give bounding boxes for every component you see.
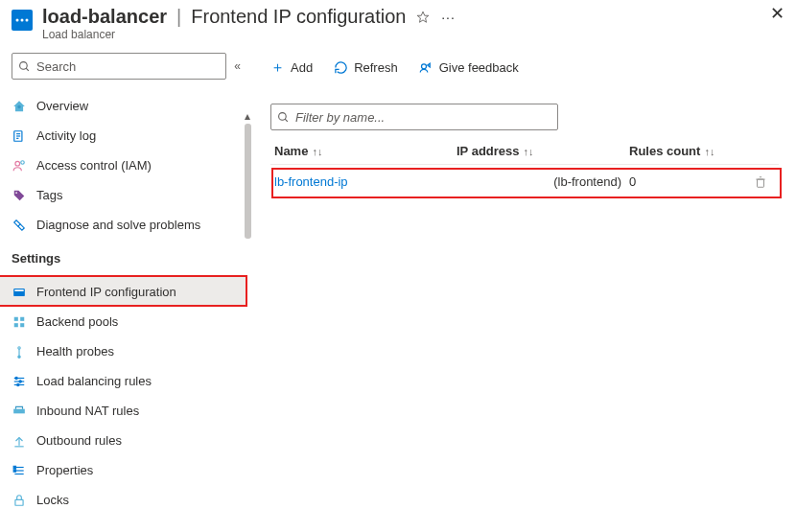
svg-point-12 xyxy=(15,192,17,194)
sidebar-search-input[interactable] xyxy=(36,59,220,74)
sidebar-item-label: Locks xyxy=(36,493,236,507)
sidebar-item-overview[interactable]: Overview xyxy=(0,91,247,121)
svg-rect-15 xyxy=(14,316,18,320)
col-rules[interactable]: Rules count↑↓ xyxy=(625,136,750,165)
rules-count-cell: 0 xyxy=(625,165,750,199)
resource-name: load-balancer xyxy=(42,6,167,28)
svg-point-1 xyxy=(21,19,24,22)
diagnose-icon xyxy=(12,218,27,233)
svg-point-3 xyxy=(20,61,28,69)
filter-box[interactable] xyxy=(270,104,558,130)
sidebar-item-nat[interactable]: Inbound NAT rules xyxy=(0,396,247,426)
activity-icon xyxy=(12,128,27,144)
svg-line-4 xyxy=(26,68,29,71)
sidebar-item-activity[interactable]: Activity log xyxy=(0,121,247,150)
refresh-label: Refresh xyxy=(354,60,398,75)
sidebar-item-locks[interactable]: Locks xyxy=(0,485,247,515)
col-ip[interactable]: IP address↑↓ xyxy=(453,136,625,165)
svg-point-5 xyxy=(17,104,21,108)
svg-rect-35 xyxy=(13,469,15,471)
feedback-icon xyxy=(419,60,433,75)
backend-icon xyxy=(12,314,27,330)
resource-icon xyxy=(12,10,33,31)
svg-rect-17 xyxy=(14,323,18,327)
feedback-button[interactable]: Give feedback xyxy=(419,60,519,75)
sidebar-item-properties[interactable]: Properties xyxy=(0,455,247,485)
close-icon[interactable]: ✕ xyxy=(769,6,784,21)
svg-point-0 xyxy=(16,19,19,22)
properties-icon xyxy=(12,463,27,478)
more-menu-icon[interactable]: ··· xyxy=(440,10,456,25)
search-icon xyxy=(277,111,290,124)
sidebar-item-label: Load balancing rules xyxy=(36,374,236,388)
sidebar-item-tag[interactable]: Tags xyxy=(0,180,247,210)
sidebar-search[interactable] xyxy=(12,53,226,80)
outbound-icon xyxy=(12,433,27,449)
sidebar-item-lbrules[interactable]: Load balancing rules xyxy=(0,366,247,396)
svg-rect-40 xyxy=(758,179,764,187)
feedback-label: Give feedback xyxy=(439,60,519,75)
col-name[interactable]: Name↑↓ xyxy=(270,136,453,165)
favorite-star-icon[interactable] xyxy=(415,10,431,25)
sidebar-item-health[interactable]: Health probes xyxy=(0,336,247,366)
add-button[interactable]: ＋ Add xyxy=(270,58,313,77)
sidebar-item-label: Diagnose and solve problems xyxy=(36,218,236,232)
sidebar-item-diagnose[interactable]: Diagnose and solve problems xyxy=(0,210,247,240)
iam-icon xyxy=(12,158,27,173)
sidebar-item-label: Inbound NAT rules xyxy=(36,404,236,418)
svg-point-2 xyxy=(26,19,29,22)
svg-point-38 xyxy=(279,112,287,120)
svg-rect-36 xyxy=(15,499,23,505)
sidebar-item-iam[interactable]: Access control (IAM) xyxy=(0,150,247,180)
sidebar-section-settings: Settings xyxy=(0,240,247,271)
refresh-icon xyxy=(334,60,348,75)
ip-address-cell: (lb-frontend) xyxy=(453,165,625,199)
svg-rect-14 xyxy=(14,289,23,291)
sidebar-item-backend[interactable]: Backend pools xyxy=(0,307,247,336)
svg-point-21 xyxy=(18,356,20,358)
sidebar-item-label: Tags xyxy=(36,188,236,202)
svg-line-39 xyxy=(285,119,288,122)
sidebar-item-label: Backend pools xyxy=(36,314,236,329)
svg-rect-28 xyxy=(13,408,25,413)
frontend-ip-link[interactable]: lb-frontend-ip xyxy=(274,174,348,189)
sidebar-item-label: Properties xyxy=(36,463,236,477)
locks-icon xyxy=(12,493,27,508)
sort-icon: ↑↓ xyxy=(312,146,322,157)
svg-point-25 xyxy=(15,377,17,379)
sidebar-item-frontend[interactable]: Frontend IP configuration xyxy=(0,277,247,307)
svg-rect-16 xyxy=(20,316,24,320)
nat-icon xyxy=(12,404,27,419)
sidebar-item-label: Outbound rules xyxy=(36,433,236,448)
page-title: Frontend IP configuration xyxy=(191,6,406,28)
title-separator: | xyxy=(176,6,181,28)
frontend-icon xyxy=(12,285,27,300)
add-label: Add xyxy=(291,60,313,75)
sidebar-item-outbound[interactable]: Outbound rules xyxy=(0,426,247,455)
svg-point-11 xyxy=(21,160,25,164)
svg-rect-18 xyxy=(20,323,24,327)
filter-input[interactable] xyxy=(295,110,551,125)
health-icon xyxy=(12,344,27,359)
svg-point-37 xyxy=(421,64,426,69)
svg-point-19 xyxy=(18,346,20,348)
sidebar-item-label: Activity log xyxy=(36,128,236,143)
sidebar-item-label: Access control (IAM) xyxy=(36,158,236,173)
svg-point-27 xyxy=(17,383,19,385)
lbrules-icon xyxy=(12,374,27,389)
collapse-chevron-icon[interactable]: « xyxy=(234,59,238,73)
sidebar-item-label: Health probes xyxy=(36,344,236,359)
svg-rect-34 xyxy=(13,466,15,468)
search-icon xyxy=(18,60,31,73)
sort-icon: ↑↓ xyxy=(524,146,534,157)
overview-icon xyxy=(12,99,27,114)
sidebar-item-label: Frontend IP configuration xyxy=(36,285,236,299)
delete-icon[interactable] xyxy=(754,175,775,189)
sidebar-item-label: Overview xyxy=(36,99,236,113)
tag-icon xyxy=(12,188,27,203)
sort-icon: ↑↓ xyxy=(704,146,714,157)
table-row[interactable]: lb-frontend-ip (lb-frontend) 0 xyxy=(270,165,779,199)
svg-point-10 xyxy=(15,161,20,166)
refresh-button[interactable]: Refresh xyxy=(334,60,398,75)
resource-type-subtitle: Load balancer xyxy=(42,28,760,41)
